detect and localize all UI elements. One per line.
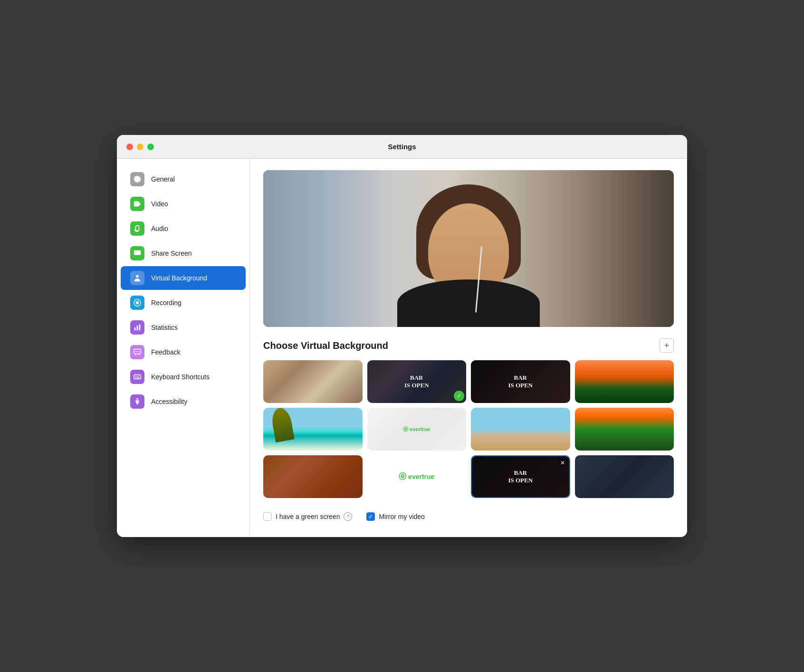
sidebar-item-audio[interactable]: Audio [121, 217, 246, 240]
keyboard-shortcuts-icon [130, 370, 144, 384]
sidebar-label-audio: Audio [151, 225, 168, 232]
titlebar: Settings [117, 135, 687, 159]
sidebar-item-statistics[interactable]: Statistics [121, 316, 246, 339]
svg-rect-16 [136, 377, 139, 378]
minimize-button[interactable] [137, 144, 144, 150]
recording-icon [130, 296, 144, 310]
background-thumb-4[interactable] [575, 360, 674, 403]
background-preview-7 [471, 408, 570, 451]
background-thumb-9[interactable] [263, 455, 363, 498]
share-screen-icon [130, 246, 144, 260]
background-preview-4 [575, 360, 674, 403]
delete-badge-11[interactable]: ✕ [558, 458, 567, 468]
svg-point-8 [135, 351, 136, 352]
background-preview-1 [263, 360, 363, 403]
svg-point-18 [136, 398, 138, 400]
background-thumb-2[interactable]: BARIS OPEN ✓ [367, 360, 467, 403]
background-preview-3: BARIS OPEN [471, 360, 570, 403]
svg-rect-17 [140, 377, 140, 378]
svg-rect-12 [135, 376, 136, 377]
svg-point-9 [138, 351, 139, 352]
sidebar-label-share-screen: Share Screen [151, 250, 192, 257]
green-screen-label: I have a green screen [276, 513, 340, 520]
background-thumb-1[interactable] [263, 360, 363, 403]
background-thumb-7[interactable] [471, 408, 570, 451]
video-preview [263, 170, 674, 327]
accessibility-icon [130, 394, 144, 409]
plus-icon: + [664, 341, 670, 351]
sidebar-label-general: General [151, 175, 175, 183]
evertrue-logo-label: ⓔ evertrue [399, 472, 434, 482]
close-button[interactable] [126, 144, 133, 150]
selected-badge-2: ✓ [454, 391, 464, 401]
svg-rect-4 [134, 327, 136, 330]
window-title: Settings [388, 143, 416, 151]
background-preview-10: ⓔ evertrue [367, 455, 467, 498]
controls-row: I have a green screen ? Mirror my video [263, 508, 674, 526]
virtual-background-icon [130, 271, 144, 285]
background-thumb-12[interactable] [575, 455, 674, 498]
background-preview-9 [263, 455, 363, 498]
sidebar-item-recording[interactable]: Recording [121, 291, 246, 315]
background-thumb-11[interactable]: BARIS OPEN ✕ [471, 455, 570, 498]
background-thumb-5[interactable] [263, 408, 363, 451]
svg-rect-11 [134, 375, 141, 379]
add-background-button[interactable]: + [660, 338, 674, 353]
sidebar-item-video[interactable]: Video [121, 192, 246, 216]
svg-rect-6 [139, 325, 141, 331]
mirror-video-label: Mirror my video [379, 513, 424, 520]
bar-open-label-11: BARIS OPEN [508, 469, 533, 484]
background-thumb-6[interactable]: ⓔ evertrue [367, 408, 467, 451]
sidebar-item-general[interactable]: General [121, 167, 246, 191]
svg-rect-15 [135, 377, 136, 378]
section-header: Choose Virtual Background + [263, 338, 674, 353]
sidebar-item-feedback[interactable]: Feedback [121, 340, 246, 364]
content-area: General Video Audio Sha [117, 159, 687, 537]
background-preview-6: ⓔ evertrue [367, 408, 467, 451]
green-screen-checkbox[interactable] [263, 512, 272, 521]
background-preview-11: BARIS OPEN [472, 456, 569, 497]
maximize-button[interactable] [147, 144, 154, 150]
svg-rect-14 [138, 376, 139, 377]
sidebar-label-statistics: Statistics [151, 324, 178, 331]
sidebar-label-video: Video [151, 200, 168, 208]
background-preview-2: BARIS OPEN [367, 360, 467, 403]
sidebar-item-virtual-background[interactable]: Virtual Background [121, 266, 246, 290]
feedback-icon [130, 345, 144, 359]
svg-rect-13 [136, 376, 137, 377]
gear-icon [130, 172, 144, 186]
bar-open-label-3: BARIS OPEN [508, 374, 533, 389]
svg-rect-5 [137, 326, 138, 330]
green-screen-option[interactable]: I have a green screen ? [263, 512, 352, 521]
background-thumb-8[interactable] [575, 408, 674, 451]
mirror-video-checkbox[interactable] [366, 512, 375, 521]
background-preview-8 [575, 408, 674, 451]
video-icon [130, 197, 144, 211]
sidebar-item-share-screen[interactable]: Share Screen [121, 241, 246, 265]
sidebar-item-keyboard-shortcuts[interactable]: Keyboard Shortcuts [121, 365, 246, 389]
statistics-icon [130, 320, 144, 335]
audio-icon [130, 221, 144, 236]
sidebar-label-recording: Recording [151, 299, 182, 307]
svg-rect-0 [134, 250, 141, 255]
main-content: Choose Virtual Background + BARIS OPEN ✓ [250, 159, 687, 537]
settings-window: Settings General Video [117, 135, 687, 537]
sidebar: General Video Audio Sha [117, 159, 250, 537]
traffic-lights [126, 144, 154, 150]
evertrue-label-6: ⓔ evertrue [403, 426, 430, 433]
background-grid: BARIS OPEN ✓ BARIS OPEN [263, 360, 674, 498]
help-icon[interactable]: ? [344, 512, 352, 521]
mirror-video-option[interactable]: Mirror my video [366, 512, 424, 521]
sidebar-label-feedback: Feedback [151, 348, 180, 356]
background-thumb-10[interactable]: ⓔ evertrue [367, 455, 467, 498]
background-preview-5 [263, 408, 363, 451]
sidebar-label-keyboard-shortcuts: Keyboard Shortcuts [151, 373, 210, 381]
bar-open-label-2: BARIS OPEN [404, 374, 429, 389]
background-thumb-3[interactable]: BARIS OPEN [471, 360, 570, 403]
svg-point-7 [137, 351, 138, 352]
sidebar-item-accessibility[interactable]: Accessibility [121, 390, 246, 413]
section-title: Choose Virtual Background [263, 340, 388, 351]
svg-point-2 [136, 301, 138, 304]
background-preview-12 [575, 455, 674, 498]
sidebar-label-accessibility: Accessibility [151, 398, 187, 405]
